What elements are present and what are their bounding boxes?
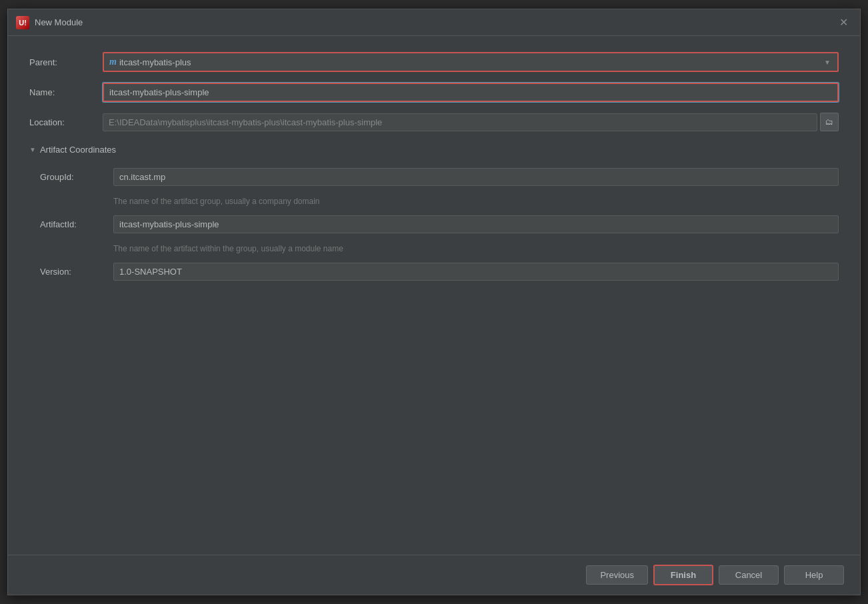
parent-row: Parent: m itcast-mybatis-plus ▼ <box>29 52 839 72</box>
groupid-hint: The name of the artifact group, usually … <box>113 197 839 206</box>
parent-select[interactable]: m itcast-mybatis-plus ▼ <box>103 52 839 72</box>
location-input[interactable] <box>103 113 817 131</box>
previous-button[interactable]: Previous <box>586 565 648 585</box>
parent-icon: m <box>109 57 117 67</box>
parent-label: Parent: <box>29 57 103 67</box>
location-label: Location: <box>29 117 103 127</box>
chevron-down-icon: ▼ <box>824 59 831 66</box>
dialog-content: Parent: m itcast-mybatis-plus ▼ Name: Lo… <box>8 36 860 555</box>
name-row: Name: <box>29 83 839 102</box>
help-button[interactable]: Help <box>784 565 844 585</box>
groupid-label: GroupId: <box>40 172 113 182</box>
location-row: Location: 🗂 <box>29 113 839 131</box>
groupid-field <box>113 168 839 186</box>
location-browse-button[interactable]: 🗂 <box>820 113 839 131</box>
name-label: Name: <box>29 87 103 97</box>
cancel-button[interactable]: Cancel <box>719 565 779 585</box>
artifact-section: GroupId: The name of the artifact group,… <box>40 168 839 281</box>
name-input[interactable] <box>103 83 839 102</box>
finish-button[interactable]: Finish <box>653 565 713 585</box>
groupid-input[interactable] <box>113 168 839 186</box>
version-label: Version: <box>40 267 113 277</box>
parent-value: itcast-mybatis-plus <box>119 57 191 67</box>
artifactid-label: ArtifactId: <box>40 219 113 229</box>
close-button[interactable]: ✕ <box>835 15 852 30</box>
artifact-section-title: Artifact Coordinates <box>40 145 116 155</box>
dialog-footer: Previous Finish Cancel Help <box>8 555 860 595</box>
folder-icon: 🗂 <box>825 117 833 127</box>
artifactid-hint: The name of the artifact within the grou… <box>113 244 839 253</box>
artifact-section-header[interactable]: ▼ Artifact Coordinates <box>29 145 839 155</box>
version-row: Version: <box>40 263 839 281</box>
app-icon: U! <box>16 16 29 29</box>
dialog-title: New Module <box>35 17 830 27</box>
artifactid-input[interactable] <box>113 215 839 233</box>
new-module-dialog: U! New Module ✕ Parent: m itcast-mybatis… <box>7 9 861 595</box>
parent-field: m itcast-mybatis-plus ▼ <box>103 52 839 72</box>
artifactid-field <box>113 215 839 233</box>
version-field <box>113 263 839 281</box>
groupid-row: GroupId: <box>40 168 839 186</box>
title-bar: U! New Module ✕ <box>8 9 860 36</box>
version-input[interactable] <box>113 263 839 281</box>
collapse-arrow-icon: ▼ <box>29 146 36 153</box>
artifactid-row: ArtifactId: <box>40 215 839 233</box>
